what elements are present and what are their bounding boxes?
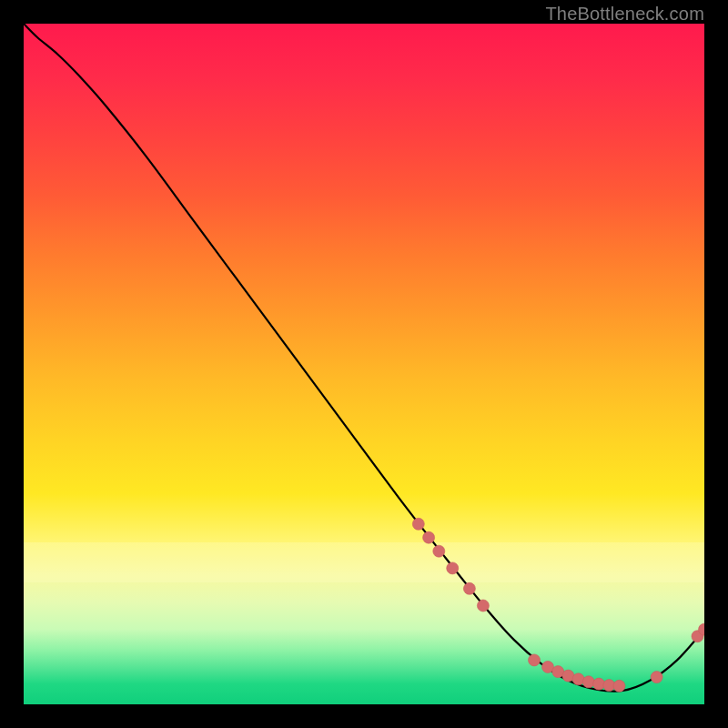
watermark-text: TheBottleneck.com bbox=[545, 4, 704, 25]
chart-frame bbox=[24, 24, 704, 704]
chart-gradient-background bbox=[24, 24, 704, 704]
